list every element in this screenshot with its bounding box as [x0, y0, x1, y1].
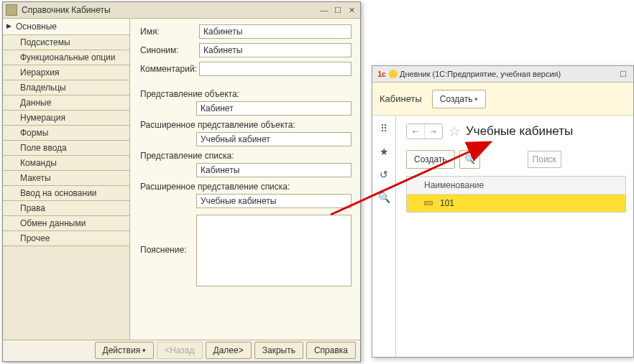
- sidebar-item-funcoptions[interactable]: Функциональные опции: [3, 50, 129, 65]
- sidebar-item-exchange[interactable]: Обмен данными: [3, 216, 129, 231]
- sidebar: Основные Подсистемы Функциональные опции…: [3, 19, 130, 340]
- item-icon: [424, 201, 433, 205]
- configurator-window: Справочник Кабинеты — ☐ ✕ Основные Подси…: [2, 1, 361, 362]
- sidebar-item-based-on[interactable]: Ввод на основании: [3, 186, 129, 201]
- list-repr-field[interactable]: [196, 163, 352, 177]
- sidebar-item-label: Прочее: [20, 233, 50, 243]
- sidebar-item-label: Поле ввода: [20, 143, 67, 153]
- favorite-star-icon[interactable]: ☆: [449, 123, 460, 139]
- sidebar-item-label: Ввод на основании: [20, 188, 97, 198]
- configurator-titlebar: Справочник Кабинеты — ☐ ✕: [3, 2, 360, 19]
- one-c-logo-icon: 1c: [377, 70, 387, 78]
- search-input[interactable]: Поиск: [528, 151, 561, 168]
- maximize-button[interactable]: ☐: [332, 5, 344, 15]
- comment-field[interactable]: [199, 62, 352, 76]
- sidebar-item-inputfield[interactable]: Поле ввода: [3, 141, 129, 156]
- search-icon[interactable]: 🔍: [378, 192, 390, 203]
- list-repr-ext-field[interactable]: [196, 194, 352, 208]
- create-dropdown[interactable]: Создать: [432, 90, 487, 108]
- sidebar-item-commands[interactable]: Команды: [3, 156, 129, 171]
- sidebar-item-label: Данные: [20, 98, 51, 108]
- row-name: Имя:: [140, 24, 352, 39]
- block-obj-repr: Представление объекта:: [140, 89, 352, 116]
- back-sys-icon[interactable]: [389, 70, 398, 78]
- nav-back-button[interactable]: ←: [407, 124, 424, 139]
- row-comment: Комментарий:: [140, 62, 352, 76]
- block-list-repr-ext: Расширенное представление списка:: [140, 182, 352, 208]
- sidebar-item-label: Права: [20, 203, 45, 213]
- help-button[interactable]: Справка: [306, 342, 356, 359]
- nav-buttons: ← →: [406, 123, 443, 139]
- enterprise-window: 1c Дневник (1С:Предприятие, учебная верс…: [372, 65, 634, 358]
- list-toolbar: Создать 🔍 Поиск: [406, 150, 626, 169]
- enterprise-body: ⠿ ★ ↺ 🔍 ← → ☆ Учебные кабинеты Создать 🔍…: [372, 116, 633, 358]
- nav-forward-button[interactable]: →: [424, 124, 442, 139]
- close-form-button[interactable]: Закрыть: [254, 342, 303, 359]
- sidebar-item-label: Функциональные опции: [20, 52, 116, 62]
- sidebar-item-label: Обмен данными: [20, 218, 86, 228]
- name-field[interactable]: [199, 24, 352, 39]
- obj-repr-ext-field[interactable]: [196, 132, 352, 146]
- table-row[interactable]: 101: [407, 195, 625, 212]
- sidebar-item-label: Макеты: [20, 173, 51, 183]
- apps-icon[interactable]: ⠿: [378, 123, 390, 134]
- sidebar-item-label: Основные: [16, 22, 57, 32]
- block-obj-repr-ext: Расширенное представление объекта:: [140, 120, 352, 146]
- list-table: Наименование 101: [406, 176, 626, 213]
- sidebar-item-label: Подсистемы: [20, 37, 70, 47]
- block-explain: Пояснение:: [140, 213, 352, 286]
- close-button[interactable]: ✕: [346, 5, 357, 15]
- sidebar-item-owners[interactable]: Владельцы: [3, 80, 129, 95]
- next-button[interactable]: Далее>: [206, 342, 252, 359]
- column-header-name[interactable]: Наименование: [407, 177, 625, 195]
- find-icon: 🔍: [464, 154, 475, 164]
- window-title: Справочник Кабинеты: [22, 5, 111, 15]
- obj-repr-ext-label: Расширенное представление объекта:: [140, 120, 352, 130]
- enterprise-titlebar: 1c Дневник (1С:Предприятие, учебная верс…: [372, 66, 633, 83]
- block-list-repr: Представление списка:: [140, 151, 352, 177]
- back-button[interactable]: <Назад: [157, 342, 202, 359]
- sidebar-item-main[interactable]: Основные: [3, 19, 129, 35]
- form-area: Имя: Синоним: Комментарий: Представление…: [130, 19, 360, 340]
- obj-repr-label: Представление объекта:: [140, 89, 352, 99]
- nav-line: ← → ☆ Учебные кабинеты: [406, 123, 626, 140]
- sidebar-item-data[interactable]: Данные: [3, 95, 129, 111]
- sidebar-item-subsystems[interactable]: Подсистемы: [3, 35, 129, 50]
- list-repr-label: Представление списка:: [140, 151, 352, 161]
- sidebar-item-label: Иерархия: [20, 67, 59, 78]
- section-label[interactable]: Кабинеты: [380, 93, 422, 104]
- sidebar-item-forms[interactable]: Формы: [3, 126, 129, 141]
- configurator-body: Основные Подсистемы Функциональные опции…: [3, 19, 360, 340]
- history-icon[interactable]: ↺: [378, 169, 390, 180]
- comment-label: Комментарий:: [140, 64, 199, 74]
- sidebar-item-rights[interactable]: Права: [3, 201, 129, 216]
- sidebar-item-templates[interactable]: Макеты: [3, 171, 129, 186]
- enterprise-main: ← → ☆ Учебные кабинеты Создать 🔍 Поиск Н…: [396, 116, 633, 358]
- find-button[interactable]: 🔍: [459, 150, 480, 169]
- explain-field[interactable]: [196, 215, 352, 286]
- sidebar-item-hierarchy[interactable]: Иерархия: [3, 65, 129, 80]
- sidebar-item-label: Команды: [20, 158, 57, 168]
- enterprise-header: Кабинеты Создать: [372, 83, 633, 116]
- configurator-footer: Действия <Назад Далее> Закрыть Справка: [3, 340, 360, 360]
- catalog-icon: [6, 4, 17, 16]
- sidebar-item-label: Формы: [20, 128, 48, 138]
- synonym-label: Синоним:: [140, 45, 199, 55]
- page-title: Учебные кабинеты: [466, 124, 573, 139]
- row-synonym: Синоним:: [140, 43, 352, 57]
- name-label: Имя:: [140, 27, 199, 37]
- sidebar-item-label: Нумерация: [20, 113, 65, 123]
- obj-repr-field[interactable]: [196, 101, 352, 116]
- cell-name: 101: [440, 198, 454, 208]
- sidebar-item-other[interactable]: Прочее: [3, 231, 129, 246]
- enterprise-title: Дневник (1С:Предприятие, учебная версия): [400, 70, 561, 78]
- ent-sys-button[interactable]: ☐: [617, 69, 629, 79]
- sidebar-item-numbering[interactable]: Нумерация: [3, 111, 129, 126]
- enterprise-sidebar: ⠿ ★ ↺ 🔍: [372, 116, 396, 358]
- list-repr-ext-label: Расширенное представление списка:: [140, 182, 352, 192]
- minimize-button[interactable]: —: [318, 5, 330, 15]
- list-create-button[interactable]: Создать: [406, 150, 455, 169]
- star-icon[interactable]: ★: [378, 146, 390, 157]
- synonym-field[interactable]: [199, 43, 352, 57]
- actions-button[interactable]: Действия: [95, 342, 155, 359]
